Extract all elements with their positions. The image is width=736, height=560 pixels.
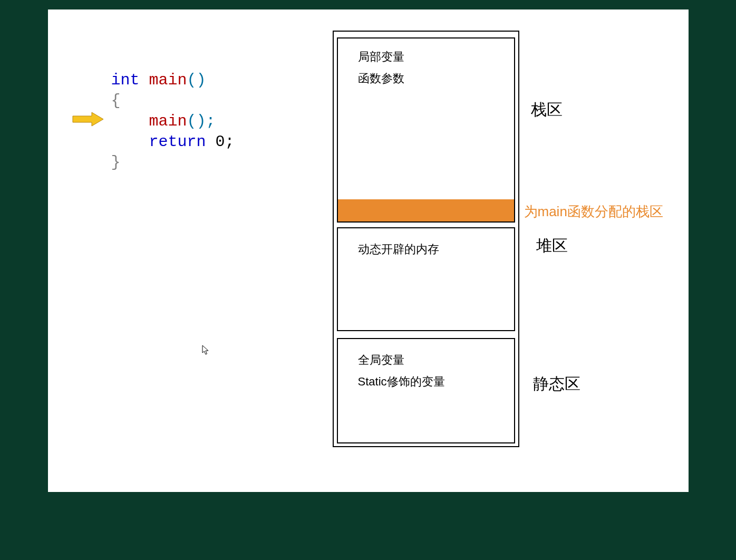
cursor-icon (202, 345, 210, 355)
call-parens: (); (187, 112, 216, 130)
static-label: 静态区 (533, 373, 580, 395)
static-line2: Static修饰的变量 (358, 371, 445, 393)
keyword-int: int (111, 71, 140, 89)
heap-line1: 动态开辟的内存 (358, 239, 439, 260)
heap-contents: 动态开辟的内存 (358, 239, 439, 260)
keyword-return: return (149, 133, 206, 151)
code-block: int main() { main(); return 0; } (111, 70, 235, 173)
call-main: main (149, 112, 187, 130)
static-line1: 全局变量 (358, 350, 445, 371)
main-frame-annotation: 为main函数分配的栈区 (524, 202, 663, 221)
slide-canvas: int main() { main(); return 0; } 局部变量 函数… (48, 9, 689, 492)
return-value: 0; (206, 133, 235, 151)
stack-line2: 函数参数 (358, 68, 404, 90)
function-main: main (149, 71, 187, 89)
execution-arrow-icon (72, 111, 104, 127)
parens: () (187, 71, 206, 89)
open-brace: { (111, 92, 121, 110)
close-brace: } (111, 153, 121, 171)
heap-region-box: 动态开辟的内存 (337, 227, 515, 331)
svg-marker-0 (73, 112, 103, 126)
main-stack-frame (338, 199, 514, 221)
stack-region-box: 局部变量 函数参数 (337, 37, 515, 223)
static-contents: 全局变量 Static修饰的变量 (358, 350, 445, 392)
static-region-box: 全局变量 Static修饰的变量 (337, 338, 515, 443)
stack-contents: 局部变量 函数参数 (358, 46, 404, 89)
stack-label: 栈区 (531, 99, 563, 121)
stack-line1: 局部变量 (358, 46, 404, 68)
heap-label: 堆区 (536, 235, 568, 257)
